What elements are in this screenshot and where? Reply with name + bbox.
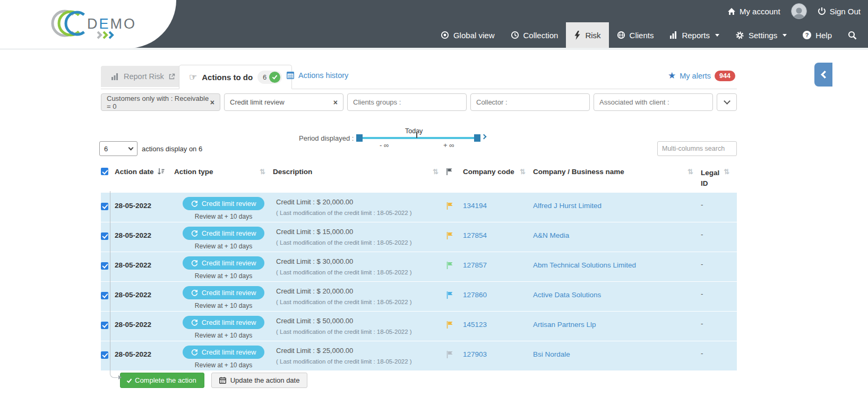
company-name-link[interactable]: Bsi Nordale — [533, 350, 570, 358]
chevron-down-icon — [783, 34, 787, 37]
alerts-count-badge: 944 — [715, 71, 735, 81]
my-account-link[interactable]: My account — [727, 7, 780, 16]
last-modification-text: ( Last modification of the credit limit … — [276, 299, 446, 305]
tab-actions-history[interactable]: Actions history — [287, 71, 348, 80]
nav-help[interactable]: ? Help — [795, 22, 840, 48]
sort-icon[interactable]: ⇅ — [260, 168, 265, 176]
company-code-link[interactable]: 127854 — [463, 231, 487, 239]
credit-limit-review-button[interactable]: Credit limit review — [183, 256, 265, 270]
chevron-left-icon — [821, 71, 829, 79]
period-slider: Period displayed : Today - ∞ + ∞ — [299, 126, 490, 151]
logo-letter-d: D — [87, 16, 99, 32]
company-name-link[interactable]: Active Data Solutions — [533, 291, 601, 299]
collapse-panel-toggle[interactable] — [814, 63, 832, 87]
credit-limit-review-button[interactable]: Credit limit review — [183, 227, 265, 240]
review-note: Review at + 10 days — [195, 272, 252, 280]
update-action-date-button[interactable]: Update the action date — [211, 373, 308, 388]
more-filters-button[interactable] — [717, 93, 737, 111]
logo-letter-e: E — [99, 16, 110, 32]
table-row: 28-05-2022 Credit limit review Review at… — [101, 252, 737, 281]
logo[interactable]: DEMO — [49, 7, 150, 41]
bolt-icon — [574, 31, 581, 40]
logo-arcs-icon: DEMO — [49, 7, 150, 41]
sort-icon[interactable]: ⇅ — [724, 168, 729, 178]
col-company-code: Company code — [463, 168, 514, 176]
credit-limit-review-button[interactable]: Credit limit review — [183, 346, 265, 359]
action-type-label: Credit limit review — [202, 259, 256, 267]
nav-collection[interactable]: Collection — [503, 22, 566, 48]
company-name-link[interactable]: Abm Technical Solutions Limited — [533, 261, 636, 269]
table-header: Action date Action type ⇅ Description ⇅ … — [101, 163, 737, 189]
refresh-icon — [191, 260, 198, 266]
credit-limit-review-button[interactable]: Credit limit review — [183, 197, 265, 210]
remove-filter-icon[interactable]: × — [210, 98, 214, 107]
period-end-handle[interactable] — [474, 134, 480, 142]
col-legal-id-line2: ID — [701, 179, 708, 187]
associated-client-input[interactable] — [594, 93, 713, 111]
tab-report-risk[interactable]: Report Risk — [101, 66, 186, 87]
company-code-link[interactable]: 127857 — [463, 261, 487, 269]
company-code-link[interactable]: 145123 — [463, 321, 487, 329]
globe-icon — [617, 31, 625, 39]
tab-actions-to-do[interactable]: ☞ Actions to do 6 — [179, 65, 292, 89]
flag-icon[interactable] — [446, 350, 463, 359]
nav-risk[interactable]: Risk — [566, 22, 608, 48]
company-name-link[interactable]: Alfred J Hurst Limited — [533, 202, 601, 210]
actions-count: 6 — [263, 73, 267, 81]
gear-icon — [735, 31, 744, 40]
nav-clients[interactable]: Clients — [609, 22, 662, 48]
company-name-link[interactable]: Artisan Partners Llp — [533, 321, 596, 329]
chevron-down-icon — [128, 145, 134, 151]
credit-limit-review-button[interactable]: Credit limit review — [183, 316, 265, 329]
row-checkbox[interactable] — [101, 203, 108, 210]
nav-global-view[interactable]: Global view — [433, 22, 503, 48]
tab-report-risk-label: Report Risk — [124, 72, 164, 81]
collector-input[interactable] — [470, 93, 590, 111]
my-alerts-link[interactable]: ★ My alerts 944 — [668, 70, 735, 81]
table-body: 28-05-2022 Credit limit review Review at… — [101, 193, 737, 370]
complete-action-button[interactable]: Complete the action — [120, 373, 204, 388]
action-type-label: Credit limit review — [202, 200, 256, 208]
company-code-link[interactable]: 127860 — [463, 291, 487, 299]
sort-icon[interactable]: ⇅ — [520, 168, 526, 176]
nav-reports[interactable]: Reports — [661, 22, 727, 48]
flag-icon[interactable] — [446, 291, 463, 299]
actions-count-badge: 6 — [257, 71, 282, 84]
page-size-select[interactable]: 6 — [99, 141, 137, 156]
multi-columns-search-input[interactable] — [657, 141, 737, 156]
nav-search[interactable] — [840, 22, 865, 48]
sort-icon[interactable]: ⇅ — [433, 168, 439, 176]
row-checkbox[interactable] — [101, 292, 108, 299]
action-date: 28-05-2022 — [115, 193, 174, 222]
period-slider-track[interactable] — [357, 137, 480, 139]
company-code-link[interactable]: 134194 — [463, 202, 487, 210]
sort-active-icon[interactable] — [157, 168, 165, 175]
last-modification-text: ( Last modification of the credit limit … — [276, 329, 446, 335]
sign-out-link[interactable]: Sign Out — [818, 7, 861, 16]
nav-settings[interactable]: Settings — [727, 22, 795, 48]
flag-icon[interactable] — [446, 202, 463, 210]
filter-chip-receivable[interactable]: Customers only with : Receivable = 0 × — [101, 93, 220, 111]
clients-groups-input[interactable] — [347, 93, 467, 111]
filter-chip-credit-limit-review[interactable]: Credit limit review × — [224, 93, 343, 111]
row-checkbox[interactable] — [101, 322, 108, 329]
row-checkbox[interactable] — [101, 351, 108, 359]
company-code-link[interactable]: 127903 — [463, 350, 487, 358]
credit-limit-review-button[interactable]: Credit limit review — [183, 286, 265, 299]
company-name-link[interactable]: A&N Media — [533, 231, 569, 239]
table-row: 28-05-2022 Credit limit review Review at… — [101, 282, 737, 311]
flag-icon[interactable] — [446, 321, 463, 329]
remove-filter-icon[interactable]: × — [333, 98, 338, 107]
col-company-name: Company / Business name — [533, 168, 624, 176]
period-label: Period displayed : — [299, 134, 354, 142]
sort-icon[interactable]: ⇅ — [687, 168, 693, 176]
flag-icon[interactable] — [446, 261, 463, 270]
row-checkbox[interactable] — [101, 232, 108, 240]
select-all-checkbox[interactable] — [101, 168, 108, 175]
refresh-icon — [191, 319, 198, 326]
review-note: Review at + 10 days — [195, 361, 252, 369]
flag-icon[interactable] — [446, 231, 463, 240]
period-start-handle[interactable] — [356, 134, 363, 142]
avatar[interactable] — [791, 3, 807, 19]
row-checkbox[interactable] — [101, 262, 108, 270]
